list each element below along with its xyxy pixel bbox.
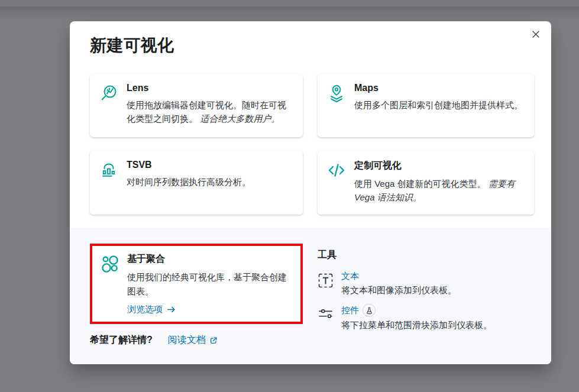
text-icon [318,273,334,289]
card-custom-visualization[interactable]: 定制可视化 使用 Vega 创建新的可视化类型。 需要有 Vega 语法知识。 [318,151,534,215]
secondary-section: 基于聚合 使用我们的经典可视化库，基于聚合创建图表。 浏览选项 工具 [70,228,551,364]
tool-row-controls: 控件 将下拉菜单和范围滑块添加到仪表板。 [318,304,536,331]
flask-icon [365,307,373,315]
close-icon [531,30,541,39]
code-icon [327,161,346,180]
card-custom-title: 定制可视化 [354,160,525,172]
tools-heading: 工具 [318,249,536,261]
card-aggregation-desc-text: 使用我们的经典可视化库，基于聚合创建图表。 [127,272,287,296]
maps-icon [327,84,346,103]
controls-tool-link[interactable]: 控件 [341,305,359,316]
tool-controls-link-line: 控件 [341,304,492,317]
backdrop-top-band [0,0,579,7]
external-link-icon [209,336,218,345]
card-lens-title: Lens [127,83,293,93]
browse-options-link[interactable]: 浏览选项 [127,304,176,315]
tool-text-body: 文本 将文本和图像添加到仪表板。 [341,271,457,296]
card-aggregation-description: 使用我们的经典可视化库，基于聚合创建图表。 [127,270,292,299]
arrow-right-icon [167,305,176,314]
card-lens[interactable]: Lens 使用拖放编辑器创建可视化。随时在可视化类型之间切换。 适合绝大多数用户… [90,74,303,137]
card-lens-description: 使用拖放编辑器创建可视化。随时在可视化类型之间切换。 适合绝大多数用户。 [127,98,293,125]
card-tsvb-body: TSVB 对时间序列数据执行高级分析。 [127,160,251,206]
card-maps-body: Maps 使用多个图层和索引创建地图并提供样式。 [354,83,523,128]
tool-controls-description: 将下拉菜单和范围滑块添加到仪表板。 [341,319,492,331]
backdrop-top-shade [0,7,579,21]
footer-row: 希望了解详情? 阅读文档 [90,334,218,346]
card-lens-body: Lens 使用拖放编辑器创建可视化。随时在可视化类型之间切换。 适合绝大多数用户… [127,83,293,128]
card-maps-description: 使用多个图层和索引创建地图并提供样式。 [354,98,523,112]
close-button[interactable] [528,27,544,42]
browse-options-label: 浏览选项 [127,304,163,315]
lens-icon [99,84,118,103]
controls-sliders-icon [318,306,334,322]
beta-flask-badge [363,304,376,317]
annotation-red-box: 基于聚合 使用我们的经典可视化库，基于聚合创建图表。 浏览选项 [90,244,303,324]
modal-title: 新建可视化 [90,34,174,57]
card-custom-body: 定制可视化 使用 Vega 创建新的可视化类型。 需要有 Vega 语法知识。 [354,160,525,206]
footer-question: 希望了解详情? [90,334,153,346]
aggregation-circles-icon [101,255,119,274]
tool-row-text: 文本 将文本和图像添加到仪表板。 [318,271,536,296]
card-tsvb-description: 对时间序列数据执行高级分析。 [127,175,251,189]
card-tsvb-title: TSVB [127,160,251,170]
card-tsvb[interactable]: TSVB 对时间序列数据执行高级分析。 [90,151,303,215]
read-docs-link[interactable]: 阅读文档 [168,334,218,346]
card-maps-title: Maps [354,83,523,93]
card-maps[interactable]: Maps 使用多个图层和索引创建地图并提供样式。 [318,74,534,137]
tool-text-description: 将文本和图像添加到仪表板。 [341,284,457,296]
card-aggregation-body: 基于聚合 使用我们的经典可视化库，基于聚合创建图表。 浏览选项 [127,253,292,315]
read-docs-label: 阅读文档 [168,334,206,346]
card-custom-description: 使用 Vega 创建新的可视化类型。 需要有 Vega 语法知识。 [354,177,525,204]
text-tool-link[interactable]: 文本 [341,271,359,282]
tool-text-link-line: 文本 [341,271,457,282]
card-aggregation-title: 基于聚合 [127,253,292,265]
card-custom-desc-text: 使用 Vega 创建新的可视化类型。 [354,179,486,189]
card-tsvb-desc-text: 对时间序列数据执行高级分析。 [127,177,251,187]
card-aggregation-based[interactable]: 基于聚合 使用我们的经典可视化库，基于聚合创建图表。 浏览选项 [92,246,300,322]
card-maps-desc-text: 使用多个图层和索引创建地图并提供样式。 [354,100,523,110]
tools-section: 工具 文本 将文本和图像添加到仪表板。 [318,249,536,339]
card-lens-desc-note: 适合绝大多数用户。 [200,114,280,124]
tsvb-icon [99,161,118,180]
new-visualization-modal: 新建可视化 Lens 使用拖放编辑器创建可视化。随时在可视化类型之间切换。 适合… [70,21,551,364]
tool-controls-body: 控件 将下拉菜单和范围滑块添加到仪表板。 [341,304,492,331]
